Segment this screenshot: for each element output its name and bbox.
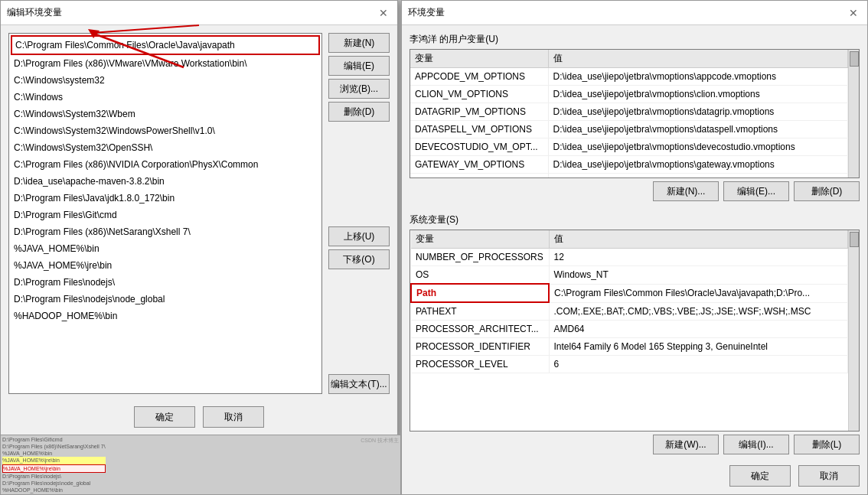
user-var-name: DEVECOSTUDIO_VM_OPT... (410, 138, 548, 156)
path-list-item[interactable]: C:\Windows\System32\WindowsPowerShell\v1… (11, 122, 320, 139)
system-var-row[interactable]: PROCESSOR_LEVEL6 (411, 356, 848, 373)
system-var-row[interactable]: OSWindows_NT (411, 266, 848, 285)
edit-path-button[interactable]: 编辑(E) (328, 56, 390, 76)
system-scrollbar[interactable] (848, 230, 859, 431)
delete-path-button[interactable]: 删除(D) (328, 102, 390, 122)
browse-button[interactable]: 浏览(B)... (328, 79, 390, 99)
user-edit-button[interactable]: 编辑(E)... (723, 181, 789, 201)
system-var-name: OS (411, 266, 549, 285)
system-section-buttons: 新建(W)... 编辑(I)... 删除(L) (410, 435, 860, 454)
system-var-value: AMD64 (549, 321, 848, 338)
user-section-buttons: 新建(N)... 编辑(E)... 删除(D) (410, 181, 860, 201)
path-list-item[interactable]: C:\Windows\system32 (11, 72, 320, 89)
env-cancel-button[interactable]: 取消 (798, 465, 860, 487)
user-col-val: 值 (548, 50, 848, 68)
user-var-name: GOLAND_VM_OPTIONS (410, 174, 548, 178)
system-var-name: PROCESSOR_ARCHITECT... (411, 321, 549, 338)
user-vars-table: 变量 值 APPCODE_VM_OPTIONSD:\idea_use\jiepo… (410, 50, 848, 177)
edit-env-dialog: 编辑环境变量 ✕ C:\Program Files\Common Files\O… (0, 0, 398, 436)
user-new-button[interactable]: 新建(N)... (653, 181, 719, 201)
path-list-item[interactable]: C:\Windows (11, 89, 320, 106)
path-list-item[interactable]: D:\Program Files (x86)\VMware\VMware Wor… (11, 55, 320, 72)
path-list-item[interactable]: %JAVA_HOME%\jre\bin (11, 257, 320, 274)
system-section: 系统变量(S) 变量 值 NUMBER_OF_PROCESSORS12OSWin… (410, 213, 860, 462)
system-new-button[interactable]: 新建(W)... (653, 435, 719, 454)
user-var-name: DATAGRIP_VM_OPTIONS (410, 103, 548, 121)
env-dialog-titlebar: 环境变量 ✕ (402, 1, 867, 25)
system-var-value: Windows_NT (549, 266, 848, 285)
path-list-item[interactable]: %HADOOP_HOME%\bin (11, 308, 320, 324)
env-ok-button[interactable]: 确定 (729, 465, 791, 487)
user-var-row[interactable]: DEVECOSTUDIO_VM_OPT...D:\idea_use\jiepo\… (410, 138, 848, 156)
user-var-row[interactable]: DATASPELL_VM_OPTIONSD:\idea_use\jiepo\je… (410, 121, 848, 138)
system-var-name: Path (411, 284, 549, 302)
system-edit-button[interactable]: 编辑(I)... (723, 435, 789, 454)
path-list-item[interactable]: C:\Windows\System32\OpenSSH\ (11, 139, 320, 156)
user-var-value: D:\idea_use\jiepo\jetbra\vmoptions\clion… (548, 86, 848, 103)
system-var-value: 6 (549, 356, 848, 373)
user-col-var: 变量 (410, 50, 548, 68)
env-dialog-title: 环境变量 (408, 6, 445, 19)
system-var-value: Intel64 Family 6 Model 165 Stepping 3, G… (549, 338, 848, 356)
path-list-item[interactable]: D:\Program Files\nodejs\node_global (11, 291, 320, 308)
system-var-name: PROCESSOR_IDENTIFIER (411, 338, 549, 356)
user-var-row[interactable]: APPCODE_VM_OPTIONSD:\idea_use\jiepo\jetb… (410, 68, 848, 86)
path-list-item[interactable]: C:\Windows\System32\Wbem (11, 106, 320, 122)
user-var-value: D:\idea_use\jiepo\jetbra\vmoptions\golan… (548, 174, 848, 178)
system-table-inner: 变量 值 NUMBER_OF_PROCESSORS12OSWindows_NTP… (410, 230, 848, 431)
thumbnail-preview: D:\Program Files\Git\cmd D:\Program File… (0, 435, 401, 495)
user-var-row[interactable]: GATEWAY_VM_OPTIONSD:\idea_use\jiepo\jetb… (410, 156, 848, 174)
user-section-label: 李鸿洋 的用户变量(U) (410, 33, 860, 46)
system-var-value: .COM;.EXE;.BAT;.CMD;.VBS;.VBE;.JS;.JSE;.… (549, 302, 848, 321)
path-list-item[interactable]: %JAVA_HOME%\bin (11, 240, 320, 257)
user-scrollbar[interactable] (848, 50, 859, 177)
user-var-row[interactable]: CLION_VM_OPTIONSD:\idea_use\jiepo\jetbra… (410, 86, 848, 103)
system-section-label: 系统变量(S) (410, 213, 860, 226)
user-var-value: D:\idea_use\jiepo\jetbra\vmoptions\datas… (548, 121, 848, 138)
system-col-val: 值 (549, 230, 848, 249)
env-dialog-close[interactable]: ✕ (846, 5, 861, 21)
left-ok-button[interactable]: 确定 (134, 406, 195, 428)
system-var-name: PROCESSOR_LEVEL (411, 356, 549, 373)
system-var-row[interactable]: NUMBER_OF_PROCESSORS12 (411, 249, 848, 266)
user-table-container: 变量 值 APPCODE_VM_OPTIONSD:\idea_use\jiepo… (410, 49, 860, 178)
move-down-button[interactable]: 下移(O) (328, 249, 390, 269)
edit-dialog-titlebar: 编辑环境变量 ✕ (1, 1, 397, 25)
edit-dialog-title: 编辑环境变量 (7, 6, 62, 19)
system-var-row[interactable]: PathC:\Program Files\Common Files\Oracle… (411, 284, 848, 302)
path-list-item[interactable]: D:\Program Files\Java\jdk1.8.0_172\bin (11, 190, 320, 207)
path-list-item[interactable]: C:\Program Files\Common Files\Oracle\Jav… (11, 35, 320, 55)
user-var-value: D:\idea_use\jiepo\jetbra\vmoptions\datag… (548, 103, 848, 121)
user-var-value: D:\idea_use\jiepo\jetbra\vmoptions\devec… (548, 138, 848, 156)
path-list-item[interactable]: D:\Program Files\Git\cmd (11, 207, 320, 223)
path-list-item[interactable]: D:\Program Files (x86)\NetSarang\Xshell … (11, 223, 320, 240)
left-cancel-button[interactable]: 取消 (203, 406, 264, 428)
env-bottom-buttons: 确定 取消 (410, 462, 860, 487)
edit-text-button[interactable]: 编辑文本(T)... (328, 374, 390, 394)
user-var-value: D:\idea_use\jiepo\jetbra\vmoptions\gatew… (548, 156, 848, 174)
user-var-row[interactable]: DATAGRIP_VM_OPTIONSD:\idea_use\jiepo\jet… (410, 103, 848, 121)
move-up-button[interactable]: 上移(U) (328, 226, 390, 246)
path-list-box[interactable]: C:\Program Files\Common Files\Oracle\Jav… (8, 33, 322, 394)
system-delete-button[interactable]: 删除(L) (794, 435, 860, 454)
user-section: 李鸿洋 的用户变量(U) 变量 值 APPCODE_VM_OPTIONSD:\i… (410, 33, 860, 209)
user-var-name: APPCODE_VM_OPTIONS (410, 68, 548, 86)
system-var-row[interactable]: PATHEXT.COM;.EXE;.BAT;.CMD;.VBS;.VBE;.JS… (411, 302, 848, 321)
edit-dialog-close[interactable]: ✕ (376, 5, 391, 21)
edit-dialog-content: C:\Program Files\Common Files\Oracle\Jav… (1, 25, 397, 435)
env-dialog: 环境变量 ✕ 李鸿洋 的用户变量(U) 变量 值 APPCODE (401, 0, 868, 495)
system-var-row[interactable]: PROCESSOR_IDENTIFIERIntel64 Family 6 Mod… (411, 338, 848, 356)
path-list-item[interactable]: D:\idea_use\apache-maven-3.8.2\bin (11, 173, 320, 190)
path-list-item[interactable]: C:\Program Files (x86)\NVIDIA Corporatio… (11, 156, 320, 173)
system-vars-table: 变量 值 NUMBER_OF_PROCESSORS12OSWindows_NTP… (410, 230, 848, 373)
user-var-name: CLION_VM_OPTIONS (410, 86, 548, 103)
user-var-row[interactable]: GOLAND_VM_OPTIONSD:\idea_use\jiepo\jetbr… (410, 174, 848, 178)
left-dialog-bottom-buttons: 确定 取消 (8, 402, 390, 428)
system-var-value: C:\Program Files\Common Files\Oracle\Jav… (549, 284, 848, 302)
path-list-item[interactable]: D:\Program Files\nodejs\ (11, 274, 320, 291)
new-path-button[interactable]: 新建(N) (328, 33, 390, 53)
thumbnail-content: D:\Program Files\Git\cmd D:\Program File… (1, 435, 107, 495)
system-var-row[interactable]: PROCESSOR_ARCHITECT...AMD64 (411, 321, 848, 338)
user-delete-button[interactable]: 删除(D) (794, 181, 860, 201)
system-var-name: NUMBER_OF_PROCESSORS (411, 249, 549, 266)
